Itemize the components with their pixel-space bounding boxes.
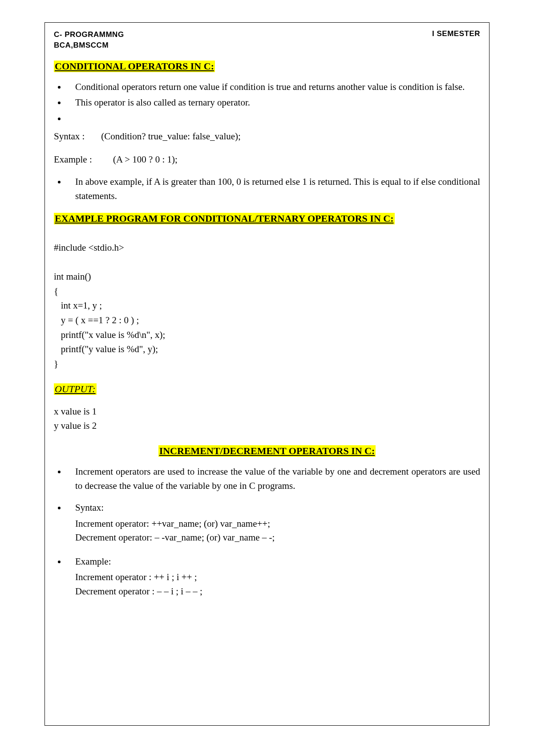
- example-value: (A > 100 ? 0 : 1);: [113, 154, 178, 165]
- syntax-label: Syntax :: [54, 131, 85, 142]
- bullet-item: In above example, if A is greater than 1…: [66, 175, 480, 203]
- bullet-item: Syntax:: [66, 501, 480, 515]
- syntax-row: Syntax : (Condition? true_value: false_v…: [54, 129, 480, 144]
- syntax-block: Increment operator: ++var_name; (or) var…: [75, 517, 480, 545]
- heading-increment-decrement-wrap: INCREMENT/DECREMENT OPERATORS IN C:: [54, 445, 480, 457]
- syntax-value: (Condition? true_value: false_value);: [101, 131, 241, 142]
- incdec-example-bullet: Example:: [66, 555, 480, 569]
- conditional-bullets-2: In above example, if A is greater than 1…: [66, 175, 480, 203]
- heading-conditional-operators: CONDITIONAL OPERATORS IN C:: [54, 61, 215, 72]
- incdec-bullets: Increment operators are used to increase…: [66, 465, 480, 493]
- output-line: y value is 2: [54, 419, 480, 433]
- heading-example-program: EXAMPLE PROGRAM FOR CONDITIONAL/TERNARY …: [54, 213, 395, 224]
- bullet-item: Conditional operators return one value i…: [66, 80, 480, 94]
- example-label: Example:: [75, 556, 111, 567]
- heading-increment-decrement: INCREMENT/DECREMENT OPERATORS IN C:: [158, 445, 376, 457]
- output-label: OUTPUT:: [54, 383, 97, 395]
- incdec-syntax-bullet: Syntax:: [66, 501, 480, 515]
- bullet-item-empty: [66, 112, 480, 126]
- code-block: #include <stdio.h> int main() { int x=1,…: [54, 240, 480, 371]
- bullet-item: Example:: [66, 555, 480, 569]
- header-semester: I SEMESTER: [432, 29, 480, 51]
- header-course: C- PROGRAMMNG: [54, 29, 124, 40]
- bullet-item: Increment operators are used to increase…: [66, 465, 480, 493]
- syntax-decrement: Decrement operator: – -var_name; (or) va…: [75, 531, 480, 545]
- bullet-item: This operator is also called as ternary …: [66, 96, 480, 110]
- example-label: Example :: [54, 154, 92, 165]
- conditional-bullets-1: Conditional operators return one value i…: [66, 80, 480, 126]
- example-decrement: Decrement operator : – – i ; i – – ;: [75, 585, 480, 599]
- output-line: x value is 1: [54, 405, 480, 419]
- example-block: Increment operator : ++ i ; i ++ ; Decre…: [75, 570, 480, 598]
- example-increment: Increment operator : ++ i ; i ++ ;: [75, 570, 480, 585]
- header-left: C- PROGRAMMNG BCA,BMSCCM: [54, 29, 124, 51]
- syntax-label: Syntax:: [75, 502, 104, 513]
- output-block: x value is 1 y value is 2: [54, 405, 480, 433]
- syntax-increment: Increment operator: ++var_name; (or) var…: [75, 517, 480, 531]
- page-border: C- PROGRAMMNG BCA,BMSCCM I SEMESTER COND…: [44, 22, 490, 726]
- header-program: BCA,BMSCCM: [54, 40, 124, 51]
- document-header: C- PROGRAMMNG BCA,BMSCCM I SEMESTER: [54, 29, 480, 51]
- example-row: Example : (A > 100 ? 0 : 1);: [54, 152, 480, 167]
